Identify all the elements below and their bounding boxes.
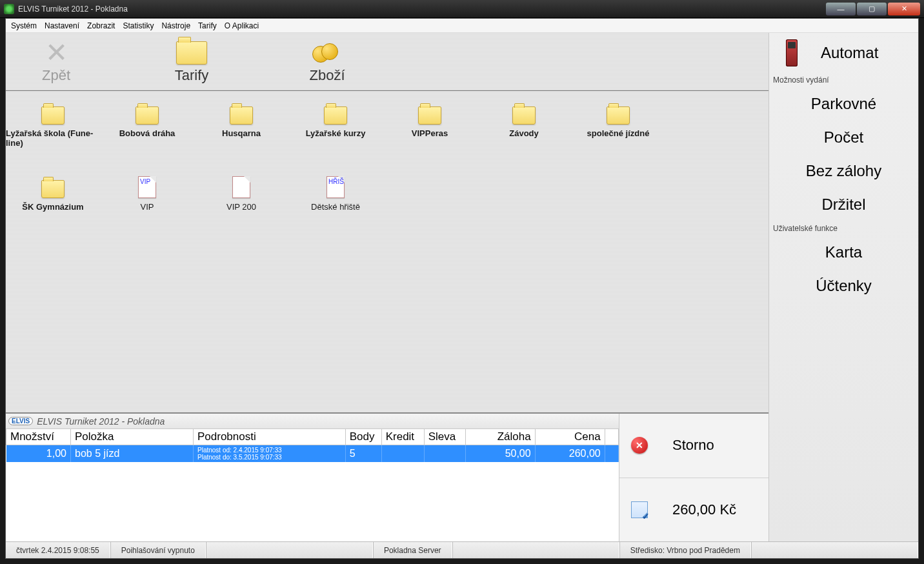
menubar: Systém Nastavení Zobrazit Statistiky Nás… bbox=[6, 19, 918, 33]
col-item[interactable]: Položka bbox=[71, 429, 194, 445]
elvis-logo: ELVIS bbox=[8, 417, 33, 425]
goods-button[interactable]: Zboží bbox=[282, 39, 372, 84]
category-item[interactable]: Bobová dráha bbox=[100, 103, 194, 148]
menu-view[interactable]: Zobrazit bbox=[87, 21, 115, 30]
category-item[interactable]: ŠK Gymnázium bbox=[6, 176, 100, 212]
storno-label: Storno bbox=[672, 437, 714, 454]
document-icon: HŘIŠ bbox=[326, 176, 345, 198]
minimize-button[interactable]: — bbox=[826, 3, 856, 15]
menu-tools[interactable]: Nástroje bbox=[161, 21, 190, 30]
category-label: ŠK Gymnázium bbox=[22, 202, 83, 212]
app-window: ELVIS Turniket 2012 - Pokladna — ▢ ✕ Sys… bbox=[0, 0, 924, 564]
menu-settings[interactable]: Nastavení bbox=[45, 21, 79, 30]
folder-icon bbox=[41, 106, 65, 125]
category-label: Lyžařská škola (Fune-line) bbox=[6, 128, 100, 148]
category-item[interactable]: Závody bbox=[477, 103, 571, 148]
category-label: Závody bbox=[509, 128, 539, 138]
cell-spacer bbox=[605, 445, 618, 463]
parkovne-button[interactable]: Parkovné bbox=[769, 87, 918, 121]
right-panel: Automat Možnosti vydání Parkovné Počet B… bbox=[768, 33, 918, 541]
folder-icon bbox=[418, 106, 441, 125]
client-area: Systém Nastavení Zobrazit Statistiky Nás… bbox=[5, 18, 919, 559]
back-button[interactable]: ✕ Zpět bbox=[11, 39, 101, 84]
category-label: Dětské hřiště bbox=[311, 202, 360, 212]
total-label: 260,00 Kč bbox=[672, 501, 736, 518]
bez-zalohy-button[interactable]: Bez zálohy bbox=[769, 154, 918, 188]
cell-discount bbox=[424, 445, 465, 463]
category-item[interactable]: Lyžařské kurzy bbox=[288, 103, 383, 148]
menu-system[interactable]: Systém bbox=[11, 21, 37, 30]
tariffs-label: Tarify bbox=[175, 67, 209, 84]
section-user-functions: Uživatelské funkce bbox=[769, 221, 918, 236]
folder-icon bbox=[176, 41, 207, 65]
col-credit[interactable]: Kredit bbox=[381, 429, 424, 445]
document-icon bbox=[232, 176, 250, 198]
category-label: VIP bbox=[141, 202, 154, 212]
col-details[interactable]: Podrobnosti bbox=[194, 429, 346, 445]
category-label: VIP 200 bbox=[226, 202, 256, 212]
category-label: VIPPeras bbox=[412, 128, 448, 138]
order-title: ELVIS Turniket 2012 - Pokladna bbox=[37, 416, 165, 427]
close-button[interactable]: ✕ bbox=[888, 3, 920, 15]
col-spacer bbox=[605, 429, 618, 445]
cell-credit bbox=[381, 445, 424, 463]
document-icon: VIP bbox=[138, 176, 156, 198]
order-panel: ELVIS ELVIS Turniket 2012 - Pokladna bbox=[6, 412, 768, 541]
receipt-icon bbox=[631, 501, 648, 518]
toolbar: ✕ Zpět Tarify Zboží bbox=[6, 33, 768, 91]
status-spacer3 bbox=[751, 542, 918, 558]
category-item[interactable]: společné jízdné bbox=[571, 103, 665, 148]
category-item[interactable]: VIPVIP bbox=[100, 176, 194, 212]
status-datetime: čtvrtek 2.4.2015 9:08:55 bbox=[6, 542, 110, 558]
order-table: Množství Položka Podrobnosti Body Kredit… bbox=[6, 429, 619, 541]
storno-button[interactable]: Storno bbox=[619, 414, 768, 478]
category-area: Lyžařská škola (Fune-line)Bobová dráhaHu… bbox=[6, 91, 768, 412]
cell-item: bob 5 jízd bbox=[71, 445, 194, 463]
col-qty[interactable]: Množství bbox=[6, 429, 71, 445]
cell-details: Platnost od: 2.4.2015 9:07:33Platnost do… bbox=[194, 445, 346, 463]
total-button[interactable]: 260,00 Kč bbox=[619, 478, 768, 542]
col-discount[interactable]: Sleva bbox=[424, 429, 465, 445]
cell-qty: 1,00 bbox=[6, 445, 71, 463]
category-item[interactable]: Lyžařská škola (Fune-line) bbox=[6, 103, 100, 148]
col-deposit[interactable]: Záloha bbox=[465, 429, 535, 445]
cancel-icon bbox=[631, 437, 648, 454]
category-label: společné jízdné bbox=[587, 128, 650, 138]
folder-icon bbox=[230, 106, 253, 125]
category-item[interactable]: VIPPeras bbox=[383, 103, 477, 148]
category-label: Bobová dráha bbox=[119, 128, 176, 138]
pocet-button[interactable]: Počet bbox=[769, 121, 918, 154]
category-item[interactable]: HŘIŠDětské hřiště bbox=[288, 176, 383, 212]
folder-icon bbox=[512, 106, 536, 125]
menu-stats[interactable]: Statistiky bbox=[123, 21, 154, 30]
uctenky-button[interactable]: Účtenky bbox=[769, 269, 918, 303]
cell-price: 260,00 bbox=[535, 445, 605, 463]
menu-tariffs[interactable]: Tarify bbox=[198, 21, 217, 30]
drzitel-button[interactable]: Držitel bbox=[769, 188, 918, 221]
x-icon: ✕ bbox=[45, 39, 68, 66]
karta-button[interactable]: Karta bbox=[769, 236, 918, 269]
category-label: Lyžařské kurzy bbox=[306, 128, 366, 138]
tariffs-button[interactable]: Tarify bbox=[146, 39, 237, 84]
category-item[interactable]: Husqarna bbox=[194, 103, 288, 148]
folder-icon bbox=[41, 180, 65, 198]
status-login: Poihlašování vypnuto bbox=[110, 542, 206, 558]
col-price[interactable]: Cena bbox=[535, 429, 605, 445]
titlebar[interactable]: ELVIS Turniket 2012 - Pokladna — ▢ ✕ bbox=[0, 0, 924, 18]
table-row[interactable]: 1,00bob 5 jízdPlatnost od: 2.4.2015 9:07… bbox=[6, 445, 619, 463]
col-points[interactable]: Body bbox=[345, 429, 381, 445]
automat-button[interactable]: Automat bbox=[769, 33, 918, 73]
back-label: Zpět bbox=[42, 67, 70, 84]
window-title: ELVIS Turniket 2012 - Pokladna bbox=[18, 5, 825, 14]
folder-icon bbox=[136, 106, 159, 125]
automat-label: Automat bbox=[821, 44, 878, 62]
category-item[interactable]: VIP 200 bbox=[194, 176, 288, 212]
maximize-button[interactable]: ▢ bbox=[857, 3, 887, 15]
menu-about[interactable]: O Aplikaci bbox=[225, 21, 259, 30]
order-header: ELVIS ELVIS Turniket 2012 - Pokladna bbox=[6, 414, 619, 429]
category-label: Husqarna bbox=[222, 128, 261, 138]
status-spacer2 bbox=[452, 542, 619, 558]
goods-label: Zboží bbox=[309, 67, 345, 84]
section-issue-options: Možnosti vydání bbox=[769, 73, 918, 87]
folder-icon bbox=[324, 106, 347, 125]
